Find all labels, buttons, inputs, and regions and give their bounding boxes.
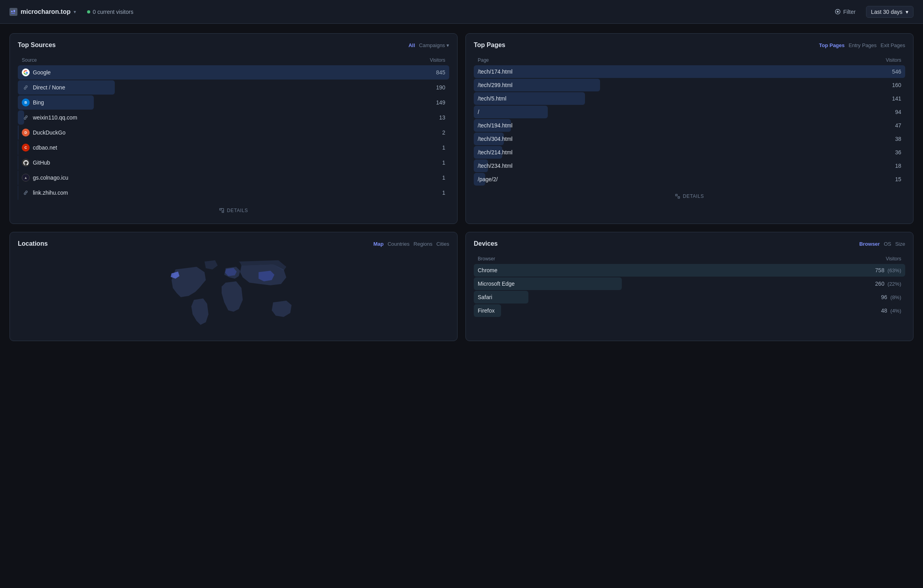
source-name: Bing (33, 99, 44, 106)
table-row[interactable]: weixin110.qq.com 13 (18, 110, 449, 125)
source-visitors: 845 (436, 69, 445, 76)
site-name[interactable]: microcharon.top (21, 8, 70, 15)
locations-card: Locations Map Countries Regions Cities (9, 232, 458, 341)
sources-details-label: DETAILS (227, 208, 248, 213)
source-visitors: 1 (442, 190, 445, 196)
filter-label: Filter (843, 9, 855, 15)
tab-entry-pages[interactable]: Entry Pages (849, 42, 877, 48)
svg-rect-10 (678, 197, 680, 198)
page-path: /tech/5.html (478, 95, 506, 102)
table-row[interactable]: D DuckDuckGo 2 (18, 125, 449, 140)
table-row[interactable]: GitHub 1 (18, 156, 449, 170)
table-row[interactable]: link.zhihu.com 1 (18, 186, 449, 200)
table-row[interactable]: B Bing 149 (18, 95, 449, 110)
site-logo-icon (9, 8, 17, 16)
site-dropdown-icon[interactable]: ▾ (74, 9, 76, 15)
tab-os[interactable]: OS (884, 241, 891, 247)
table-row[interactable]: Chrome 758 (63%) (474, 264, 905, 277)
table-row[interactable]: / 94 (474, 106, 905, 118)
expand-icon (219, 208, 224, 213)
svg-rect-0 (11, 11, 13, 12)
tab-map[interactable]: Map (373, 241, 384, 247)
browser-pct: (63%) (887, 267, 901, 273)
header-right: Filter Last 30 days ▾ (831, 6, 914, 18)
table-row[interactable]: /tech/304.html 38 (474, 133, 905, 145)
tab-campaigns[interactable]: Campaigns ▾ (419, 42, 449, 48)
tab-browser[interactable]: Browser (859, 241, 880, 247)
page-visitors: 160 (892, 82, 901, 88)
top-sources-title: Top Sources (18, 42, 56, 49)
svg-rect-1 (13, 10, 15, 12)
date-range-label: Last 30 days (871, 9, 902, 15)
table-row[interactable]: Firefox 48 (4%) (474, 304, 905, 317)
pages-details-label: DETAILS (683, 193, 704, 199)
tab-countries[interactable]: Countries (387, 241, 410, 247)
sources-table-body: Google 845 Direct / None 190 B Bing 149 … (18, 65, 449, 200)
tab-regions[interactable]: Regions (414, 241, 433, 247)
filter-icon (835, 9, 841, 15)
source-name: Direct / None (33, 84, 65, 91)
table-row[interactable]: Google 845 (18, 65, 449, 80)
table-row[interactable]: /page/2/ 15 (474, 173, 905, 186)
table-row[interactable]: Microsoft Edge 260 (22%) (474, 277, 905, 290)
page-path: /tech/299.html (478, 82, 513, 88)
pages-table-header: Page Visitors (474, 55, 905, 65)
source-name: weixin110.qq.com (33, 114, 77, 121)
table-row[interactable]: Direct / None 190 (18, 80, 449, 95)
svg-rect-6 (222, 211, 224, 212)
expand-icon (675, 193, 680, 199)
page-path: /tech/304.html (478, 136, 513, 142)
current-visitors-badge: 0 current visitors (87, 9, 133, 15)
map-svg (18, 254, 449, 333)
tab-top-pages[interactable]: Top Pages (819, 42, 845, 48)
svg-rect-9 (676, 194, 677, 196)
top-sources-card: Top Sources All Campaigns ▾ Source Visit… (9, 33, 458, 224)
browser-pct: (22%) (887, 281, 901, 287)
sources-table-header: Source Visitors (18, 55, 449, 65)
online-indicator (87, 10, 90, 13)
locations-tabs: Map Countries Regions Cities (373, 241, 449, 247)
top-sources-header: Top Sources All Campaigns ▾ (18, 42, 449, 49)
table-row[interactable]: /tech/194.html 47 (474, 119, 905, 132)
top-sources-tabs: All Campaigns ▾ (408, 42, 449, 48)
browser-name: Microsoft Edge (478, 281, 515, 287)
page-path: /page/2/ (478, 176, 498, 182)
tab-size[interactable]: Size (895, 241, 905, 247)
source-visitors: 1 (442, 175, 445, 181)
tab-all[interactable]: All (408, 42, 415, 48)
browser-name: Chrome (478, 267, 498, 273)
table-row[interactable]: /tech/5.html 141 (474, 92, 905, 105)
source-name: Google (33, 69, 51, 76)
source-visitors: 1 (442, 144, 445, 151)
pages-details-button[interactable]: DETAILS (474, 191, 905, 201)
sources-details-button[interactable]: DETAILS (18, 205, 449, 216)
top-pages-title: Top Pages (474, 42, 505, 49)
col-page-label: Page (478, 57, 489, 63)
table-row[interactable]: /tech/299.html 160 (474, 79, 905, 91)
table-row[interactable]: /tech/234.html 18 (474, 159, 905, 172)
filter-button[interactable]: Filter (831, 6, 859, 17)
tab-exit-pages[interactable]: Exit Pages (881, 42, 905, 48)
svg-rect-5 (220, 209, 221, 210)
col-browser-label: Browser (478, 256, 495, 262)
table-row[interactable]: C cdbao.net 1 (18, 140, 449, 155)
source-name: cdbao.net (33, 144, 57, 151)
page-visitors: 47 (895, 122, 901, 129)
page-visitors: 18 (895, 163, 901, 169)
col-visitors-label: Visitors (886, 256, 901, 262)
page-visitors: 94 (895, 109, 901, 115)
locations-title: Locations (18, 240, 48, 247)
table-row[interactable]: /tech/174.html 546 (474, 65, 905, 78)
page-visitors: 15 (895, 176, 901, 182)
table-row[interactable]: /tech/214.html 36 (474, 146, 905, 159)
browser-visitors: 48 (4%) (881, 307, 901, 314)
table-row[interactable]: Safari 96 (8%) (474, 291, 905, 303)
table-row[interactable]: ▲ gs.colnago.icu 1 (18, 171, 449, 185)
source-visitors: 149 (436, 99, 445, 106)
tab-cities[interactable]: Cities (436, 241, 449, 247)
date-range-selector[interactable]: Last 30 days ▾ (866, 6, 914, 18)
source-visitors: 1 (442, 159, 445, 166)
devices-table-body: Chrome 758 (63%) Microsoft Edge 260 (22%… (474, 264, 905, 317)
devices-table-header: Browser Visitors (474, 254, 905, 264)
page-visitors: 546 (892, 68, 901, 75)
